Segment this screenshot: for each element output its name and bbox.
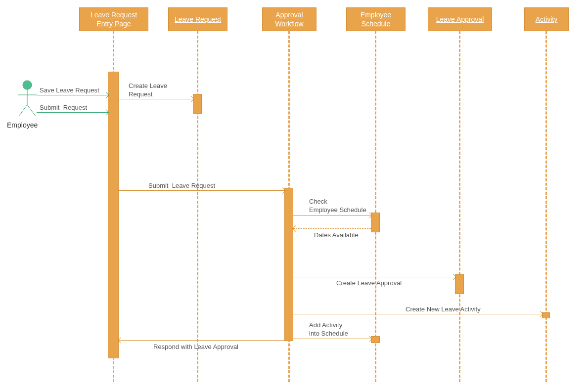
msg-respond: Respond with Leave Approval [153,343,238,351]
lifeline-approval: Leave Approval [428,7,492,31]
arrow-create-approval [293,277,455,277]
activation-schedule-2 [371,336,380,343]
arrow-submit-leave [119,190,284,191]
svg-line-3 [19,105,27,116]
activation-request [193,94,202,114]
arrow-save [37,95,108,95]
lifeline-request: Leave Request [168,7,227,31]
arrow-respond [119,340,284,341]
arrow-create-request [119,99,193,99]
lifeline-entry: Leave Request Entry Page [79,7,148,31]
arrow-submit [37,112,108,113]
activation-activity [542,312,550,318]
arrow-dates-available [293,228,371,229]
lifeline-workflow: Approval Workflow [262,7,317,31]
arrow-check-schedule [293,215,371,216]
svg-point-0 [23,81,32,89]
sequence-diagram: Leave Request Entry Page Leave Request A… [0,0,588,388]
actor-label: Employee [7,121,38,129]
lifeline-dash-approval [459,31,460,382]
activation-workflow [284,188,293,341]
lifeline-schedule: Employee Schedule [346,7,406,31]
msg-create-request: Create Leave Request [129,82,167,99]
msg-add-activity: Add Activity into Schedule [309,321,348,338]
lifeline-activity: Activity [524,7,569,31]
arrow-create-activity [293,314,542,314]
svg-line-4 [27,105,36,116]
msg-save: Save Leave Request [40,86,99,95]
activation-approval [455,274,464,294]
activation-entry [108,72,119,358]
actor-employee [15,79,40,121]
msg-create-activity: Create New Leave Activity [406,305,481,314]
lifeline-dash-request [197,31,198,382]
msg-submit: Submit Request [40,104,87,112]
msg-submit-leave: Submit Leave Request [148,182,215,190]
activation-schedule-1 [371,213,380,232]
msg-dates-available: Dates Available [314,231,358,240]
actor-icon [15,79,40,119]
arrow-add-activity [293,339,371,339]
lifeline-dash-schedule [375,31,376,382]
msg-create-approval: Create Leave Approval [336,279,402,288]
lifeline-dash-activity [545,31,547,382]
msg-check-schedule: Check Employee Schedule [309,198,366,215]
